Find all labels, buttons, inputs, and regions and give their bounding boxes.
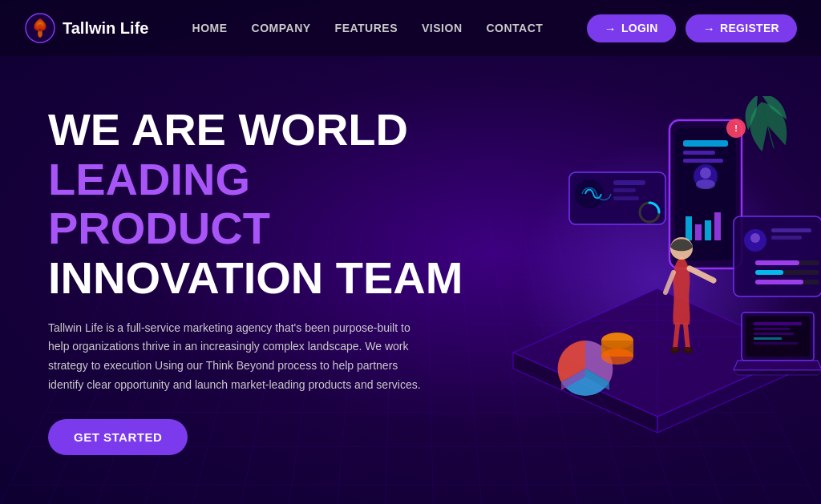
- hero-right: !: [481, 88, 821, 472]
- svg-rect-15: [683, 140, 728, 147]
- logo-area: Tallwin Life: [24, 12, 148, 44]
- svg-rect-36: [771, 236, 802, 240]
- svg-point-12: [601, 349, 633, 365]
- nav-vision[interactable]: VISION: [422, 22, 462, 34]
- svg-rect-17: [683, 159, 723, 163]
- svg-rect-40: [755, 270, 783, 275]
- svg-rect-29: [613, 188, 636, 192]
- svg-rect-35: [771, 228, 811, 232]
- svg-point-34: [750, 233, 760, 243]
- nav-company[interactable]: COMPANY: [252, 22, 311, 34]
- svg-rect-23: [714, 212, 721, 240]
- svg-marker-51: [734, 370, 821, 375]
- svg-rect-28: [613, 180, 645, 185]
- hero-title-line1: WE ARE WORLD: [48, 105, 481, 155]
- hero-left: WE ARE WORLD LEADING PRODUCT INNOVATION …: [48, 105, 481, 455]
- svg-rect-21: [695, 224, 702, 240]
- svg-rect-20: [686, 216, 692, 240]
- login-label: LOGIN: [621, 22, 658, 34]
- svg-rect-47: [754, 333, 794, 335]
- svg-text:!: !: [734, 123, 738, 133]
- hero-illustration: !: [481, 96, 821, 465]
- brand-name: Tallwin Life: [63, 19, 148, 38]
- svg-rect-48: [754, 337, 782, 340]
- nav-home[interactable]: HOME: [192, 22, 228, 34]
- svg-rect-45: [754, 322, 802, 325]
- hero-title-line2: LEADING PRODUCT: [48, 155, 481, 253]
- login-button[interactable]: → LOGIN: [587, 14, 676, 42]
- nav-links: HOME COMPANY FEATURES VISION CONTACT: [192, 22, 544, 34]
- svg-rect-42: [755, 280, 803, 284]
- hero-section: WE ARE WORLD LEADING PRODUCT INNOVATION …: [0, 56, 821, 504]
- svg-rect-30: [613, 196, 639, 200]
- navbar: Tallwin Life HOME COMPANY FEATURES VISIO…: [0, 0, 821, 56]
- hero-title: WE ARE WORLD LEADING PRODUCT INNOVATION …: [48, 105, 481, 302]
- register-label: REGISTER: [720, 22, 779, 34]
- register-button[interactable]: → REGISTER: [686, 14, 797, 42]
- svg-rect-38: [755, 260, 799, 265]
- login-icon: →: [605, 22, 617, 35]
- hero-title-line3: INNOVATION TEAM: [48, 253, 481, 303]
- get-started-button[interactable]: GET STARTED: [48, 419, 188, 455]
- svg-rect-46: [754, 328, 790, 330]
- hero-description: Tallwin Life is a full-service marketing…: [48, 319, 433, 395]
- svg-marker-50: [734, 361, 821, 370]
- svg-point-1: [38, 24, 42, 32]
- svg-point-19: [700, 167, 711, 179]
- logo-icon: [24, 12, 56, 44]
- nav-buttons: → LOGIN → REGISTER: [587, 14, 797, 42]
- svg-rect-22: [705, 220, 711, 240]
- svg-point-27: [575, 179, 604, 208]
- register-icon: →: [703, 22, 715, 35]
- svg-rect-16: [683, 151, 715, 155]
- nav-contact[interactable]: CONTACT: [487, 22, 544, 34]
- svg-rect-49: [754, 342, 798, 345]
- nav-features[interactable]: FEATURES: [335, 22, 398, 34]
